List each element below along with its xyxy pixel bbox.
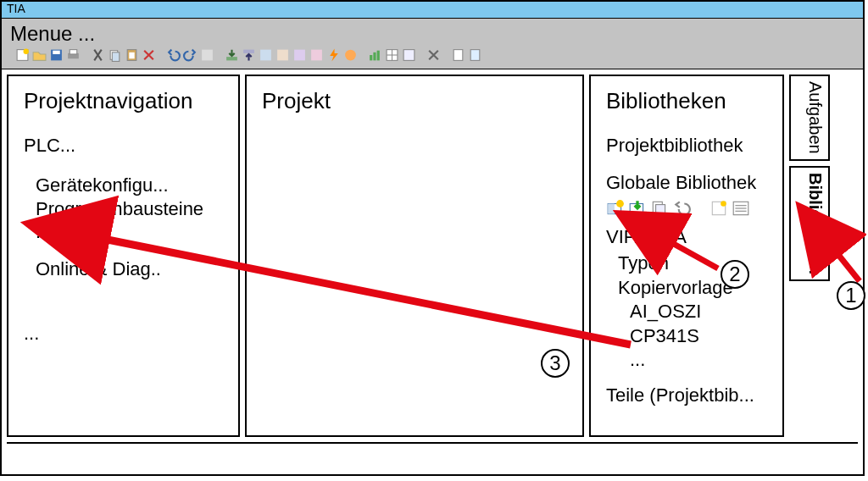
app-window: TIA Menue ... (0, 0, 865, 476)
undo-library-icon[interactable] (672, 199, 691, 218)
details-icon[interactable] (732, 199, 750, 218)
svg-rect-12 (243, 50, 254, 53)
libraries-panel: Bibliotheken Projektbibliothek Globale B… (589, 75, 784, 437)
copy-icon[interactable] (108, 47, 122, 63)
nav-more[interactable]: ... (24, 323, 223, 345)
menu-label[interactable]: Menue ... (10, 22, 854, 46)
svg-point-28 (616, 200, 624, 207)
annotation-3: 3 (541, 349, 570, 378)
lib-title: Bibliotheken (606, 88, 767, 114)
online-icon[interactable] (343, 47, 358, 63)
chart-icon[interactable] (368, 47, 382, 63)
svg-rect-14 (277, 50, 288, 61)
svg-rect-13 (260, 50, 271, 61)
tool3-icon[interactable] (292, 47, 307, 63)
cut-icon[interactable] (91, 47, 105, 63)
svg-rect-9 (129, 53, 134, 58)
tool2-icon[interactable] (275, 47, 290, 63)
svg-rect-10 (202, 50, 213, 61)
project-navigation-panel: Projektnavigation PLC... Gerätekonfigu..… (7, 75, 240, 437)
project-panel: Projekt (245, 75, 584, 437)
lib-project-library[interactable]: Projektbibliothek (606, 135, 767, 157)
menu-bar[interactable]: Menue ... (2, 19, 863, 69)
nav-title: Projektnavigation (24, 88, 223, 114)
svg-rect-15 (294, 50, 305, 61)
project-title: Projekt (262, 88, 567, 114)
tab-bibliotheken[interactable]: Bibliotheken (789, 166, 830, 281)
title-bar: TIA (2, 2, 863, 19)
save-icon[interactable] (49, 47, 64, 63)
svg-rect-16 (311, 50, 322, 61)
download-icon[interactable] (225, 47, 239, 63)
separator (443, 47, 448, 63)
open-library-icon[interactable] (606, 199, 625, 218)
undo-icon[interactable] (166, 47, 181, 63)
import-library-icon[interactable] (628, 199, 647, 218)
new-project-icon[interactable] (15, 47, 30, 63)
open-icon[interactable] (32, 47, 47, 63)
print-icon[interactable] (66, 47, 81, 63)
tab-aufgaben[interactable]: Aufgaben (789, 75, 830, 161)
separator (419, 47, 424, 63)
separator (159, 47, 164, 63)
delete-icon[interactable] (142, 47, 156, 63)
svg-rect-5 (70, 50, 77, 54)
side-tabs: Aufgaben Bibliotheken (789, 75, 830, 437)
library-toolbar (606, 199, 767, 218)
doc-icon[interactable] (451, 47, 465, 63)
status-bar (7, 442, 858, 467)
svg-rect-24 (403, 50, 415, 61)
lightning-icon[interactable] (326, 47, 341, 63)
table-icon[interactable] (385, 47, 399, 63)
content-area: Projektnavigation PLC... Gerätekonfigu..… (2, 69, 863, 442)
separator (360, 47, 365, 63)
svg-point-33 (721, 201, 726, 207)
svg-rect-20 (377, 51, 380, 61)
lib-more[interactable]: ... (630, 348, 767, 373)
upload-icon[interactable] (242, 47, 256, 63)
redo-icon[interactable] (183, 47, 198, 63)
paste-icon[interactable] (125, 47, 139, 63)
lib-ai-oszi[interactable]: AI_OSZI (630, 300, 767, 324)
view-icon[interactable] (402, 47, 416, 63)
nav-device-config[interactable]: Gerätekonfigu... (36, 174, 223, 197)
svg-rect-11 (226, 57, 237, 60)
svg-rect-25 (453, 50, 463, 61)
doc2-icon[interactable] (468, 47, 482, 63)
svg-rect-18 (370, 55, 372, 60)
new-library-icon[interactable] (709, 199, 728, 218)
separator (83, 47, 88, 63)
lib-global-library[interactable]: Globale Bibliothek (606, 172, 767, 194)
copy-library-icon[interactable] (650, 199, 669, 218)
svg-rect-19 (373, 53, 376, 61)
tool4-icon[interactable] (309, 47, 324, 63)
svg-rect-31 (656, 205, 665, 216)
nav-program-blocks[interactable]: Programmbausteine (36, 197, 223, 221)
misc-icon[interactable] (200, 47, 214, 63)
nav-online-diag[interactable]: Online & Diag.. (36, 257, 223, 281)
svg-point-17 (345, 50, 356, 61)
annotation-2: 2 (721, 260, 749, 289)
window-title: TIA (7, 2, 25, 15)
main-toolbar (10, 47, 854, 63)
lib-vipa-tia[interactable]: VIPA_TIA (606, 226, 767, 248)
svg-rect-3 (53, 51, 60, 54)
nav-blocks-more[interactable]: ... (36, 220, 223, 244)
tool-icon[interactable] (259, 47, 273, 63)
annotation-1: 1 (837, 281, 865, 310)
svg-rect-7 (112, 53, 120, 62)
svg-rect-26 (470, 50, 480, 61)
lib-cp341s[interactable]: CP341S (630, 324, 767, 349)
lib-teile[interactable]: Teile (Projektbib... (606, 384, 767, 406)
svg-point-1 (24, 49, 29, 54)
close-icon[interactable] (426, 47, 441, 63)
nav-plc[interactable]: PLC... (24, 135, 223, 157)
separator (217, 47, 222, 63)
